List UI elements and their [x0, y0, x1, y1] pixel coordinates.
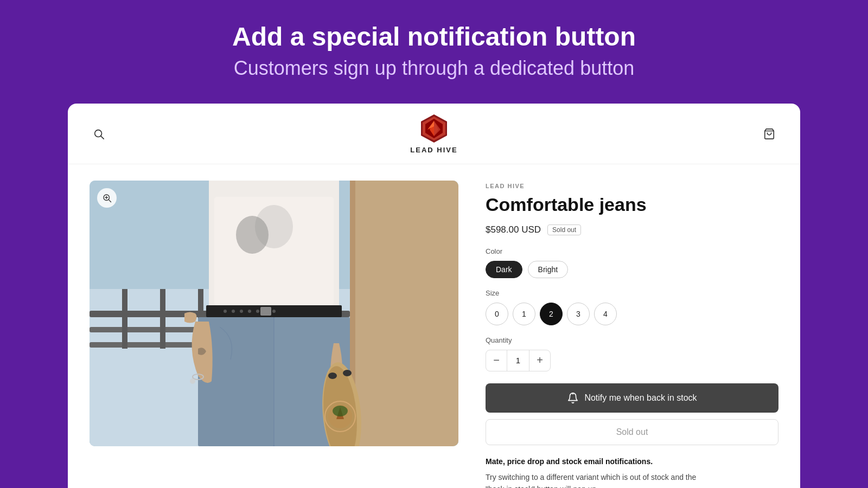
- product-title: Comfortable jeans: [486, 194, 778, 216]
- product-section: LEAD HIVE Comfortable jeans $598.00 USD …: [68, 164, 800, 488]
- svg-point-51: [190, 378, 195, 384]
- size-4-button[interactable]: 4: [594, 303, 617, 325]
- svg-line-10: [108, 200, 111, 202]
- banner-title: Add a special notification button: [11, 22, 857, 52]
- svg-point-48: [328, 373, 337, 379]
- product-image: [90, 181, 458, 446]
- product-details-col: LEAD HIVE Comfortable jeans $598.00 USD …: [486, 181, 778, 488]
- svg-line-1: [101, 136, 104, 139]
- bell-icon: [567, 392, 579, 404]
- store-logo: LEAD HIVE: [410, 113, 457, 154]
- description-text: Try switching to a different variant whi…: [486, 471, 778, 488]
- svg-point-31: [224, 310, 227, 313]
- quantity-control: − 1 +: [486, 350, 551, 371]
- size-1-button[interactable]: 1: [513, 303, 535, 325]
- svg-point-37: [272, 310, 276, 313]
- notify-back-in-stock-button[interactable]: Notify me when back in stock: [486, 383, 778, 413]
- sold-out-button[interactable]: Sold out: [486, 419, 778, 445]
- svg-point-33: [240, 310, 243, 313]
- quantity-section: Quantity − 1 +: [486, 336, 778, 371]
- quantity-label: Quantity: [486, 336, 778, 344]
- color-label: Color: [486, 247, 778, 255]
- color-options: Dark Bright: [486, 261, 778, 278]
- zoom-icon: [102, 193, 112, 203]
- product-brand: LEAD HIVE: [486, 183, 778, 189]
- price-row: $598.00 USD Sold out: [486, 224, 778, 235]
- product-image-col: [90, 181, 458, 488]
- banner-subtitle: Customers sign up through a dedicated bu…: [11, 57, 857, 80]
- color-dark-button[interactable]: Dark: [486, 261, 522, 278]
- size-3-button[interactable]: 3: [567, 303, 590, 325]
- size-label: Size: [486, 289, 778, 297]
- product-image-wrapper: [90, 181, 458, 446]
- header-banner: Add a special notification button Custom…: [0, 0, 868, 104]
- zoom-button[interactable]: [97, 188, 117, 208]
- sold-out-btn-label: Sold out: [616, 427, 648, 436]
- svg-rect-38: [260, 307, 271, 316]
- size-options: 0 1 2 3 4: [486, 303, 778, 325]
- color-option-section: Color Dark Bright: [486, 247, 778, 278]
- svg-point-47: [333, 406, 348, 416]
- search-icon: [93, 128, 105, 140]
- svg-point-29: [255, 205, 293, 248]
- svg-point-52: [572, 393, 573, 394]
- logo-icon: [419, 113, 449, 144]
- svg-point-35: [256, 310, 259, 313]
- description-bold: Mate, price drop and stock email notific…: [486, 457, 778, 466]
- quantity-value: 1: [507, 350, 529, 371]
- svg-point-49: [343, 370, 352, 376]
- size-0-button[interactable]: 0: [486, 303, 508, 325]
- product-price: $598.00 USD: [486, 224, 541, 235]
- cart-button[interactable]: [760, 125, 778, 143]
- notify-btn-label: Notify me when back in stock: [584, 393, 697, 403]
- svg-point-32: [232, 310, 235, 313]
- quantity-decrease-button[interactable]: −: [486, 350, 507, 371]
- size-2-button[interactable]: 2: [540, 303, 563, 325]
- svg-rect-20: [122, 289, 127, 349]
- svg-rect-15: [350, 181, 458, 446]
- svg-point-34: [248, 310, 251, 313]
- size-option-section: Size 0 1 2 3 4: [486, 289, 778, 325]
- search-button[interactable]: [90, 125, 108, 143]
- brand-name: LEAD HIVE: [410, 146, 457, 154]
- store-card: LEAD HIVE: [68, 104, 800, 488]
- quantity-increase-button[interactable]: +: [529, 350, 550, 371]
- svg-rect-21: [160, 289, 165, 349]
- cart-icon: [763, 128, 775, 140]
- store-nav: LEAD HIVE: [68, 104, 800, 164]
- color-bright-button[interactable]: Bright: [528, 261, 569, 278]
- sold-out-badge: Sold out: [547, 224, 581, 235]
